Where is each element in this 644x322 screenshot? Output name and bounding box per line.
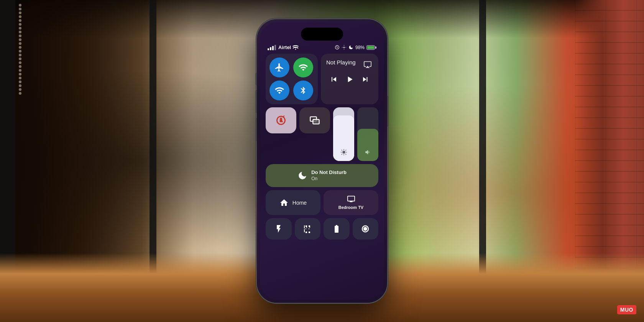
media-top: Not Playing — [326, 59, 373, 70]
home-button[interactable]: Home — [266, 190, 320, 215]
home-row: Home Bedroom TV — [266, 190, 378, 215]
flashlight-icon — [274, 224, 283, 233]
wifi-icon — [274, 85, 284, 95]
alarm-icon — [335, 45, 340, 50]
svg-point-9 — [363, 227, 367, 231]
svg-point-1 — [343, 47, 345, 48]
mute-switch[interactable] — [255, 73, 257, 85]
bedroom-tv-label: Bedroom TV — [338, 205, 363, 210]
dynamic-island — [301, 28, 343, 41]
battery-icon — [366, 45, 376, 50]
phone-device: Airtel — [257, 19, 387, 303]
svg-rect-4 — [280, 120, 283, 122]
signal-bars-icon — [268, 45, 276, 50]
flashlight-button[interactable] — [266, 218, 292, 240]
volume-down-button[interactable] — [255, 118, 257, 141]
not-playing-label: Not Playing — [326, 59, 356, 66]
record-icon — [361, 224, 370, 233]
bluetooth-icon — [299, 86, 307, 95]
screen-mirror-icon — [309, 115, 320, 126]
phone-screen: Airtel — [260, 22, 384, 300]
media-controls — [326, 73, 373, 88]
airplane-icon — [274, 62, 284, 72]
svg-rect-6 — [313, 120, 319, 124]
brightness-icon — [340, 149, 347, 156]
status-left: Airtel — [268, 44, 299, 50]
home-icon — [279, 198, 289, 207]
dnd-label: Do Not Disturb On — [311, 169, 347, 182]
fast-forward-button[interactable] — [358, 73, 373, 87]
dnd-row: Do Not Disturb On — [266, 164, 378, 187]
tv-icon — [347, 195, 355, 203]
airplay-icon — [363, 60, 372, 69]
moon-dnd-icon — [297, 171, 307, 181]
qr-icon — [303, 224, 312, 233]
bottom-row — [266, 218, 378, 240]
wifi-status-icon — [292, 45, 299, 50]
status-right: 98% — [335, 45, 376, 50]
qr-scanner-button[interactable] — [295, 218, 321, 240]
middle-row — [266, 107, 378, 161]
do-not-disturb-button[interactable]: Do Not Disturb On — [266, 164, 378, 187]
airplane-mode-button[interactable] — [269, 58, 289, 77]
moon-icon — [348, 45, 353, 50]
home-label: Home — [292, 200, 307, 206]
svg-point-0 — [295, 49, 296, 50]
screen-record-button[interactable] — [353, 218, 379, 240]
cellular-icon — [298, 62, 308, 72]
muo-watermark: MUO — [617, 305, 636, 314]
battery-status-icon — [332, 224, 341, 233]
bluetooth-button[interactable] — [293, 80, 313, 100]
status-bar: Airtel — [268, 44, 376, 50]
rotation-lock-icon — [276, 115, 286, 126]
svg-point-7 — [342, 151, 345, 154]
battery-widget-button[interactable] — [324, 218, 350, 240]
focus-icon — [342, 45, 347, 50]
airplay-button[interactable] — [362, 59, 373, 70]
volume-slider[interactable] — [357, 107, 378, 161]
control-center: Not Playing — [266, 54, 378, 290]
wifi-button[interactable] — [269, 80, 289, 100]
brightness-slider[interactable] — [333, 107, 354, 161]
battery-percent: 98% — [355, 45, 365, 50]
top-grid: Not Playing — [266, 54, 378, 104]
volume-up-button[interactable] — [255, 90, 257, 113]
volume-icon — [365, 149, 371, 156]
cellular-button[interactable] — [293, 58, 313, 77]
media-player[interactable]: Not Playing — [321, 54, 378, 104]
play-button[interactable] — [342, 73, 358, 88]
bedroom-tv-button[interactable]: Bedroom TV — [324, 190, 378, 215]
rewind-button[interactable] — [326, 73, 342, 87]
power-button[interactable] — [387, 96, 389, 127]
rotation-lock-button[interactable] — [266, 107, 296, 133]
phone-body: Airtel — [257, 19, 387, 303]
carrier-name: Airtel — [278, 44, 291, 50]
connectivity-group — [266, 54, 318, 104]
screen-mirror-button[interactable] — [299, 107, 330, 133]
